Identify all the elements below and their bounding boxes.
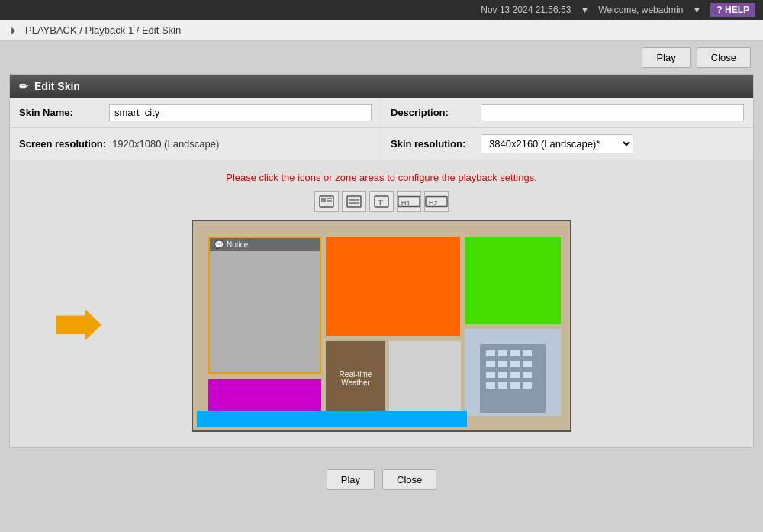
breadcrumb-icon: ⏵ bbox=[9, 24, 19, 36]
zone-notice-body bbox=[210, 251, 320, 372]
action-row: Play Close bbox=[0, 41, 763, 74]
play-button-top[interactable]: Play bbox=[642, 47, 690, 68]
datetime-display: Nov 13 2024 21:56:53 bbox=[481, 5, 571, 15]
skin-resolution-select[interactable]: 3840x2160 (Landscape)* 1920x1080 (Landsc… bbox=[481, 134, 633, 153]
svg-rect-16 bbox=[498, 350, 507, 356]
skin-name-label: Skin Name: bbox=[19, 107, 103, 118]
zone-blue-bar[interactable] bbox=[197, 411, 467, 427]
toolbar-h2-icon[interactable]: H2 bbox=[424, 191, 449, 212]
zone-notice[interactable]: 💬 Notice bbox=[208, 237, 321, 374]
svg-rect-19 bbox=[486, 361, 495, 367]
toolbar-h1-icon[interactable]: H1 bbox=[397, 191, 421, 212]
bottom-buttons: Play Close bbox=[0, 457, 763, 502]
screen-resolution-value: 1920x1080 (Landscape) bbox=[112, 138, 219, 150]
svg-text:T: T bbox=[378, 198, 383, 207]
top-bar: Nov 13 2024 21:56:53 ▼ Welcome, webadmin… bbox=[0, 0, 763, 20]
toolbar-icons: T H1 H2 bbox=[25, 191, 738, 212]
skin-resolution-label: Skin resolution: bbox=[391, 138, 475, 150]
datetime-dropdown-icon[interactable]: ▼ bbox=[580, 5, 589, 15]
close-button-top[interactable]: Close bbox=[697, 47, 751, 68]
close-button-bottom[interactable]: Close bbox=[382, 469, 436, 490]
panel-title: Edit Skin bbox=[34, 80, 80, 92]
description-cell: Description: bbox=[382, 98, 753, 127]
svg-rect-15 bbox=[486, 350, 495, 356]
help-button[interactable]: ? HELP bbox=[710, 3, 755, 17]
svg-rect-17 bbox=[510, 350, 520, 356]
play-button-bottom[interactable]: Play bbox=[327, 469, 375, 490]
svg-text:H1: H1 bbox=[401, 199, 410, 207]
skin-name-cell: Skin Name: bbox=[10, 98, 382, 127]
zone-building[interactable] bbox=[465, 329, 561, 416]
screen-resolution-label: Screen resolution: bbox=[19, 138, 106, 150]
arrow-indicator bbox=[56, 310, 101, 343]
breadcrumb-path: PLAYBACK / Playback 1 / Edit Skin bbox=[25, 24, 181, 36]
screen-resolution-cell: Screen resolution: 1920x1080 (Landscape) bbox=[10, 128, 382, 160]
svg-rect-20 bbox=[498, 361, 507, 367]
skin-resolution-cell: Skin resolution: 3840x2160 (Landscape)* … bbox=[382, 128, 753, 160]
svg-text:H2: H2 bbox=[429, 199, 438, 207]
svg-rect-23 bbox=[486, 372, 495, 378]
zone-notice-header: 💬 Notice bbox=[210, 238, 320, 251]
svg-rect-27 bbox=[486, 382, 495, 389]
edit-skin-icon: ✏ bbox=[19, 80, 28, 92]
welcome-dropdown-icon[interactable]: ▼ bbox=[692, 5, 701, 15]
svg-rect-25 bbox=[510, 372, 520, 378]
form-row-1: Skin Name: Description: bbox=[10, 98, 753, 128]
weather-label: Real-time Weather bbox=[340, 370, 372, 387]
svg-rect-4 bbox=[347, 196, 361, 207]
toolbar-ticker-icon[interactable] bbox=[342, 191, 366, 212]
skin-preview[interactable]: 💬 Notice Real-time Weather bbox=[192, 220, 571, 432]
svg-rect-30 bbox=[523, 382, 532, 389]
svg-rect-26 bbox=[523, 372, 532, 378]
toolbar-media-icon[interactable] bbox=[314, 191, 339, 212]
welcome-text: Welcome, webadmin bbox=[598, 5, 683, 15]
zone-orange[interactable] bbox=[326, 237, 460, 336]
description-input[interactable] bbox=[481, 104, 744, 121]
svg-rect-29 bbox=[510, 382, 520, 389]
form-row-2: Screen resolution: 1920x1080 (Landscape)… bbox=[10, 128, 753, 160]
building-svg bbox=[465, 329, 561, 416]
canvas-area: Please click the icons or zone areas to … bbox=[10, 160, 753, 447]
svg-rect-28 bbox=[498, 382, 507, 389]
skin-name-input[interactable] bbox=[109, 104, 372, 121]
toolbar-text-icon[interactable]: T bbox=[369, 191, 394, 212]
zone-green[interactable] bbox=[465, 237, 561, 324]
skin-preview-container: 💬 Notice Real-time Weather bbox=[25, 220, 738, 432]
svg-rect-18 bbox=[523, 350, 532, 356]
description-label: Description: bbox=[391, 107, 475, 118]
svg-rect-1 bbox=[321, 198, 326, 202]
panel-header: ✏ Edit Skin bbox=[10, 75, 753, 98]
canvas-instruction: Please click the icons or zone areas to … bbox=[25, 172, 738, 183]
breadcrumb: ⏵ PLAYBACK / Playback 1 / Edit Skin bbox=[0, 20, 763, 41]
zone-weather[interactable]: Real-time Weather bbox=[326, 341, 385, 416]
svg-rect-21 bbox=[510, 361, 520, 367]
svg-rect-22 bbox=[523, 361, 532, 367]
zone-gray[interactable] bbox=[389, 341, 461, 416]
notice-label: Notice bbox=[227, 240, 248, 249]
svg-rect-24 bbox=[498, 372, 507, 378]
main-panel: ✏ Edit Skin Skin Name: Description: Scre… bbox=[9, 74, 754, 448]
notice-chat-icon: 💬 bbox=[214, 240, 224, 249]
